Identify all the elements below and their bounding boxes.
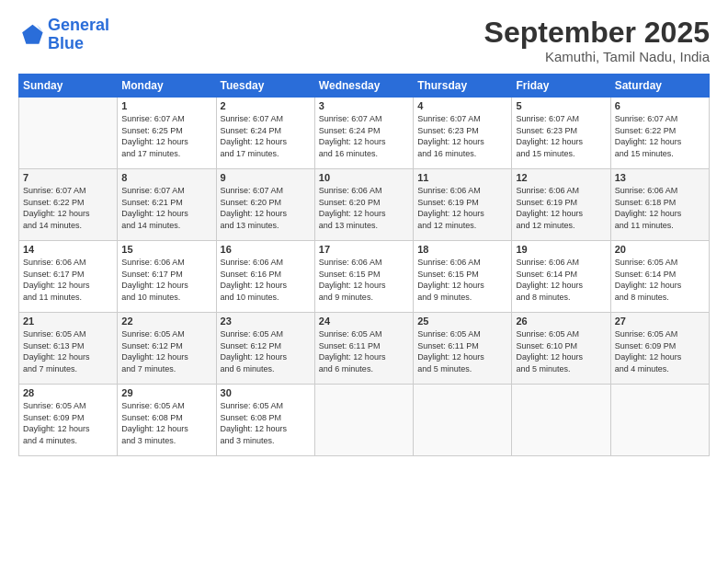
logo: General Blue [18,17,109,53]
calendar-cell-w5-d0: 28Sunrise: 6:05 AMSunset: 6:09 PMDayligh… [19,385,118,456]
calendar-cell-w2-d6: 13Sunrise: 6:06 AMSunset: 6:18 PMDayligh… [610,169,709,241]
col-thursday: Thursday [414,75,512,98]
logo-text: General Blue [48,17,109,53]
day-number: 8 [121,172,211,183]
calendar-cell-w5-d4 [414,385,512,456]
day-info: Sunrise: 6:07 AMSunset: 6:24 PMDaylight:… [221,113,311,159]
day-number: 24 [319,316,409,327]
day-info: Sunrise: 6:07 AMSunset: 6:23 PMDaylight:… [516,113,606,159]
day-info: Sunrise: 6:06 AMSunset: 6:17 PMDaylight:… [121,257,211,303]
day-number: 2 [221,100,311,111]
day-number: 26 [516,316,606,327]
day-number: 3 [319,100,409,111]
col-sunday: Sunday [19,75,118,98]
calendar-table: Sunday Monday Tuesday Wednesday Thursday… [18,74,710,456]
day-info: Sunrise: 6:05 AMSunset: 6:08 PMDaylight:… [221,400,311,446]
col-wednesday: Wednesday [314,75,413,98]
calendar-cell-w3-d4: 18Sunrise: 6:06 AMSunset: 6:15 PMDayligh… [414,241,512,313]
day-info: Sunrise: 6:07 AMSunset: 6:22 PMDaylight:… [615,113,705,159]
day-number: 16 [221,244,311,255]
day-number: 29 [121,387,211,398]
calendar-cell-w3-d3: 17Sunrise: 6:06 AMSunset: 6:15 PMDayligh… [314,241,413,313]
logo-line2: Blue [48,34,84,52]
calendar-week-3: 14Sunrise: 6:06 AMSunset: 6:17 PMDayligh… [19,241,710,313]
calendar-cell-w3-d0: 14Sunrise: 6:06 AMSunset: 6:17 PMDayligh… [19,241,118,313]
calendar-header-row: Sunday Monday Tuesday Wednesday Thursday… [19,75,710,98]
calendar-cell-w1-d4: 4Sunrise: 6:07 AMSunset: 6:23 PMDaylight… [414,98,512,169]
day-info: Sunrise: 6:06 AMSunset: 6:15 PMDaylight:… [319,257,409,303]
calendar-cell-w3-d6: 20Sunrise: 6:05 AMSunset: 6:14 PMDayligh… [610,241,709,313]
day-info: Sunrise: 6:06 AMSunset: 6:19 PMDaylight:… [417,185,507,231]
day-info: Sunrise: 6:05 AMSunset: 6:11 PMDaylight:… [417,328,507,374]
calendar-cell-w3-d2: 16Sunrise: 6:06 AMSunset: 6:16 PMDayligh… [216,241,314,313]
day-number: 15 [121,244,211,255]
logo-icon [18,22,44,48]
calendar-cell-w2-d4: 11Sunrise: 6:06 AMSunset: 6:19 PMDayligh… [414,169,512,241]
day-number: 4 [417,100,507,111]
calendar-cell-w1-d2: 2Sunrise: 6:07 AMSunset: 6:24 PMDaylight… [216,98,314,169]
day-info: Sunrise: 6:06 AMSunset: 6:16 PMDaylight:… [221,257,311,303]
header: General Blue September 2025 Kamuthi, Tam… [18,17,710,64]
calendar-cell-w2-d2: 9Sunrise: 6:07 AMSunset: 6:20 PMDaylight… [216,169,314,241]
day-number: 9 [221,172,311,183]
day-number: 14 [23,244,113,255]
calendar-cell-w4-d1: 22Sunrise: 6:05 AMSunset: 6:12 PMDayligh… [118,313,216,385]
day-number: 11 [417,172,507,183]
calendar-cell-w4-d6: 27Sunrise: 6:05 AMSunset: 6:09 PMDayligh… [610,313,709,385]
calendar-week-2: 7Sunrise: 6:07 AMSunset: 6:22 PMDaylight… [19,169,710,241]
calendar-cell-w2-d5: 12Sunrise: 6:06 AMSunset: 6:19 PMDayligh… [512,169,610,241]
calendar-cell-w1-d6: 6Sunrise: 6:07 AMSunset: 6:22 PMDaylight… [610,98,709,169]
day-number: 28 [23,387,113,398]
calendar-week-4: 21Sunrise: 6:05 AMSunset: 6:13 PMDayligh… [19,313,710,385]
day-number: 6 [615,100,705,111]
day-info: Sunrise: 6:07 AMSunset: 6:20 PMDaylight:… [221,185,311,231]
day-info: Sunrise: 6:07 AMSunset: 6:21 PMDaylight:… [121,185,211,231]
logo-line1: General [48,16,109,34]
title-block: September 2025 Kamuthi, Tamil Nadu, Indi… [484,17,710,64]
col-tuesday: Tuesday [216,75,314,98]
calendar-cell-w4-d5: 26Sunrise: 6:05 AMSunset: 6:10 PMDayligh… [512,313,610,385]
day-info: Sunrise: 6:05 AMSunset: 6:13 PMDaylight:… [23,328,113,374]
day-number: 19 [516,244,606,255]
day-info: Sunrise: 6:05 AMSunset: 6:08 PMDaylight:… [121,400,211,446]
day-number: 25 [417,316,507,327]
day-info: Sunrise: 6:05 AMSunset: 6:09 PMDaylight:… [23,400,113,446]
day-number: 5 [516,100,606,111]
day-number: 18 [417,244,507,255]
calendar-week-1: 1Sunrise: 6:07 AMSunset: 6:25 PMDaylight… [19,98,710,169]
day-info: Sunrise: 6:05 AMSunset: 6:11 PMDaylight:… [319,328,409,374]
calendar-week-5: 28Sunrise: 6:05 AMSunset: 6:09 PMDayligh… [19,385,710,456]
calendar-cell-w1-d0 [19,98,118,169]
day-number: 30 [221,387,311,398]
day-number: 23 [221,316,311,327]
day-number: 27 [615,316,705,327]
day-number: 1 [121,100,211,111]
day-info: Sunrise: 6:07 AMSunset: 6:22 PMDaylight:… [23,185,113,231]
calendar-cell-w4-d2: 23Sunrise: 6:05 AMSunset: 6:12 PMDayligh… [216,313,314,385]
day-info: Sunrise: 6:05 AMSunset: 6:10 PMDaylight:… [516,328,606,374]
day-number: 22 [121,316,211,327]
day-info: Sunrise: 6:06 AMSunset: 6:14 PMDaylight:… [516,257,606,303]
svg-marker-0 [22,25,42,44]
calendar-cell-w2-d0: 7Sunrise: 6:07 AMSunset: 6:22 PMDaylight… [19,169,118,241]
calendar-cell-w1-d5: 5Sunrise: 6:07 AMSunset: 6:23 PMDaylight… [512,98,610,169]
day-info: Sunrise: 6:06 AMSunset: 6:18 PMDaylight:… [615,185,705,231]
day-number: 17 [319,244,409,255]
calendar-cell-w5-d2: 30Sunrise: 6:05 AMSunset: 6:08 PMDayligh… [216,385,314,456]
day-number: 21 [23,316,113,327]
day-info: Sunrise: 6:06 AMSunset: 6:15 PMDaylight:… [417,257,507,303]
col-monday: Monday [118,75,216,98]
calendar-cell-w5-d5 [512,385,610,456]
calendar-cell-w5-d1: 29Sunrise: 6:05 AMSunset: 6:08 PMDayligh… [118,385,216,456]
calendar-cell-w4-d4: 25Sunrise: 6:05 AMSunset: 6:11 PMDayligh… [414,313,512,385]
calendar-cell-w3-d5: 19Sunrise: 6:06 AMSunset: 6:14 PMDayligh… [512,241,610,313]
calendar-cell-w2-d1: 8Sunrise: 6:07 AMSunset: 6:21 PMDaylight… [118,169,216,241]
calendar-cell-w1-d1: 1Sunrise: 6:07 AMSunset: 6:25 PMDaylight… [118,98,216,169]
day-number: 12 [516,172,606,183]
day-info: Sunrise: 6:07 AMSunset: 6:24 PMDaylight:… [319,113,409,159]
day-info: Sunrise: 6:05 AMSunset: 6:09 PMDaylight:… [615,328,705,374]
page: General Blue September 2025 Kamuthi, Tam… [0,0,728,563]
day-info: Sunrise: 6:06 AMSunset: 6:20 PMDaylight:… [319,185,409,231]
day-info: Sunrise: 6:06 AMSunset: 6:17 PMDaylight:… [23,257,113,303]
calendar-cell-w4-d0: 21Sunrise: 6:05 AMSunset: 6:13 PMDayligh… [19,313,118,385]
